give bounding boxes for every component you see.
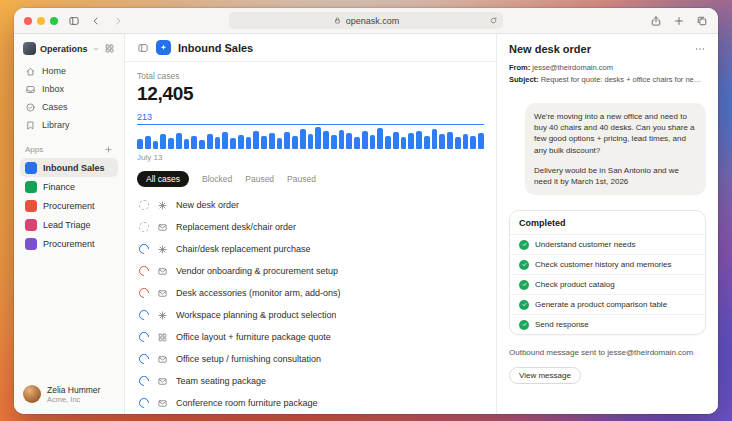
chart-bar [145, 136, 151, 149]
grid-icon [157, 332, 168, 343]
workspace-name: Operations [40, 44, 88, 54]
chart-bar [238, 135, 244, 149]
workspace-logo [23, 42, 36, 55]
case-row[interactable]: Vendor onboarding & procurement setup [137, 260, 484, 282]
sidebar-item-inbox[interactable]: Inbox [20, 80, 118, 98]
sidebar-app-procurement[interactable]: Procurement [20, 196, 118, 215]
chart-bar [455, 137, 461, 149]
add-app-button[interactable] [104, 145, 113, 154]
sidebar-app-lead-triage[interactable]: Lead Triage [20, 215, 118, 234]
tab-all-cases-0[interactable]: All cases [137, 171, 189, 187]
tab-blocked-1[interactable]: Blocked [202, 174, 232, 184]
avatar [23, 385, 41, 403]
workspace-switcher[interactable]: Operations [20, 41, 118, 62]
chart-bar [277, 138, 283, 149]
chart-bar [323, 131, 329, 149]
chart-x-label: July 13 [137, 153, 484, 162]
tab-paused-3[interactable]: Paused [287, 174, 316, 184]
chart-bar [253, 131, 259, 149]
mail-icon [157, 222, 168, 233]
mail-icon [157, 266, 168, 277]
main-panel: Inbound Sales Total cases 12,405 213 Jul… [125, 34, 496, 414]
inbound-message-bubble: We're moving into a new office and need … [525, 103, 706, 195]
checklist-item: Check product catalog [510, 275, 705, 295]
apps-header-label: Apps [25, 145, 43, 154]
browser-sidebar-icon[interactable] [68, 15, 80, 27]
case-row[interactable]: Replacement desk/chair order [137, 216, 484, 238]
app-sidebar: Operations HomeInboxCasesLibrary Apps In… [14, 34, 125, 414]
app-body: Operations HomeInboxCasesLibrary Apps In… [14, 34, 718, 414]
case-row[interactable]: Conference room furniture package [137, 392, 484, 414]
chart-bar [199, 140, 205, 149]
check-icon [519, 300, 529, 310]
case-status-icon [137, 396, 151, 410]
forward-button[interactable] [112, 15, 124, 27]
case-title-text: Desk accessories (monitor arm, add-ons) [176, 288, 341, 298]
user-profile[interactable]: Zelia Hummer Acme, Inc [20, 383, 118, 406]
chart-bar [222, 132, 228, 149]
sidebar-app-procurement[interactable]: Procurement [20, 234, 118, 253]
close-button[interactable] [24, 17, 32, 25]
subject-label: Subject: [509, 75, 539, 84]
share-button[interactable] [650, 15, 662, 27]
workspace-menu-icon[interactable] [104, 43, 115, 54]
chart-bar [362, 131, 368, 150]
case-status-icon [137, 330, 151, 344]
panel-toggle-icon[interactable] [137, 42, 149, 54]
checklist-label: Understand customer needs [535, 240, 636, 249]
sidebar-item-cases[interactable]: Cases [20, 98, 118, 116]
chart-bar [246, 137, 252, 149]
case-title-text: Chair/desk replacement purchase [176, 244, 311, 254]
sidebar-apps: Inbound SalesFinanceProcurementLead Tria… [20, 158, 118, 253]
zoom-button[interactable] [50, 17, 58, 25]
view-message-button[interactable]: View message [509, 367, 581, 384]
browser-toolbar: openask.com [14, 8, 718, 34]
sidebar-item-home[interactable]: Home [20, 62, 118, 80]
chart-bar [176, 133, 182, 149]
sidebar-item-library[interactable]: Library [20, 116, 118, 134]
chart-bar [230, 138, 236, 149]
page-title: Inbound Sales [178, 42, 253, 54]
reload-icon[interactable] [489, 16, 498, 25]
chart-bar [377, 128, 383, 149]
chart-bar [269, 133, 275, 149]
chart-bar [401, 137, 407, 149]
library-icon [25, 120, 36, 131]
checklist-label: Check product catalog [535, 280, 615, 289]
case-row[interactable]: Office layout + furniture package quote [137, 326, 484, 348]
case-row[interactable]: Team seating package [137, 370, 484, 392]
chart-bar [416, 131, 422, 149]
back-button[interactable] [90, 15, 102, 27]
completed-steps-card: Completed Understand customer needsCheck… [509, 210, 706, 335]
chart-bar [393, 132, 399, 149]
sidebar-item-label: Library [42, 120, 70, 130]
case-row[interactable]: Chair/desk replacement purchase [137, 238, 484, 260]
case-tabs: All casesBlockedPausedPaused [137, 171, 484, 187]
tab-paused-2[interactable]: Paused [245, 174, 274, 184]
sidebar-app-finance[interactable]: Finance [20, 177, 118, 196]
chart-bar [463, 134, 469, 149]
case-status-icon [139, 200, 149, 210]
from-label: From: [509, 63, 530, 72]
checklist-label: Send response [535, 320, 589, 329]
more-options-icon[interactable] [694, 43, 706, 55]
checklist-item: Generate a product comparison table [510, 295, 705, 315]
case-row[interactable]: Office setup / furnishing consultation [137, 348, 484, 370]
message-paragraph: We're moving into a new office and need … [534, 111, 697, 156]
home-icon [25, 66, 36, 77]
case-row[interactable]: New desk order [137, 194, 484, 216]
minimize-button[interactable] [37, 17, 45, 25]
new-tab-button[interactable] [673, 15, 685, 27]
case-list: New desk orderReplacement desk/chair ord… [137, 194, 484, 414]
case-row[interactable]: Desk accessories (monitor arm, add-ons) [137, 282, 484, 304]
sidebar-app-inbound-sales[interactable]: Inbound Sales [20, 158, 118, 177]
user-org: Acme, Inc [47, 395, 100, 404]
chart-bar [439, 134, 445, 149]
check-icon [519, 320, 529, 330]
case-title: New desk order [509, 43, 591, 55]
case-title-text: Team seating package [176, 376, 266, 386]
tabs-overview-button[interactable] [696, 15, 708, 27]
chart-bar [339, 130, 345, 149]
address-bar[interactable]: openask.com [229, 12, 503, 29]
case-row[interactable]: Workspace planning & product selection [137, 304, 484, 326]
